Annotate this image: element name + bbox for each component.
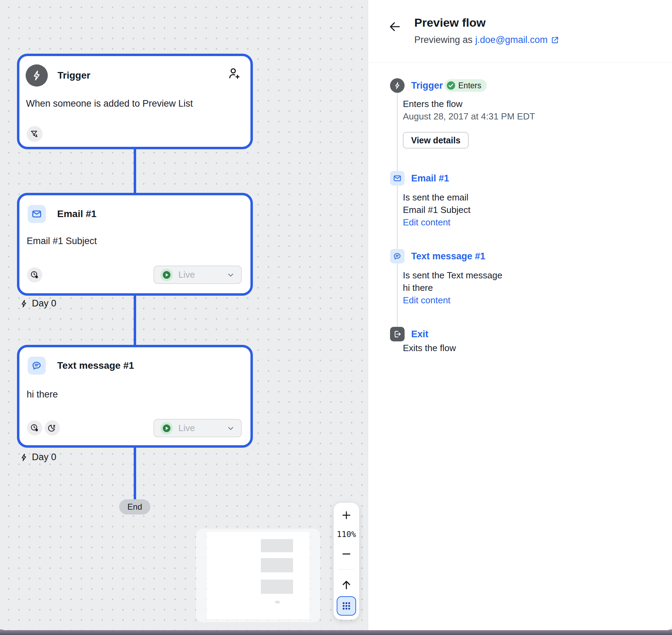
enters-badge-label: Enters <box>458 81 481 90</box>
timeline-connector-line <box>397 93 398 328</box>
timeline-trigger-title[interactable]: Trigger <box>411 80 443 91</box>
lightning-bolt-icon <box>26 64 48 87</box>
enters-badge: Enters <box>444 79 487 92</box>
minimap-end-marker <box>275 601 280 603</box>
email-event-text: Is sent the email <box>403 192 468 203</box>
window-bottom-edge <box>0 629 672 635</box>
sms-edit-content-link[interactable]: Edit content <box>403 295 450 306</box>
chevron-down-icon <box>227 424 235 432</box>
play-circle-icon <box>160 269 173 281</box>
minimap-node <box>261 558 293 572</box>
recenter-button[interactable] <box>334 577 359 592</box>
external-link-icon[interactable] <box>550 36 559 45</box>
timeline-exit-title[interactable]: Exit <box>411 329 428 340</box>
zoom-toolbar: 110% <box>334 503 359 620</box>
email-subject-text: Email #1 Subject <box>403 205 470 215</box>
email-status-label: Live <box>178 269 221 280</box>
back-button[interactable] <box>388 20 401 35</box>
envelope-icon <box>28 205 46 223</box>
check-circle-icon <box>446 81 456 90</box>
minimap-node <box>261 580 293 594</box>
email-node-subject: Email #1 Subject <box>27 236 97 247</box>
play-circle-icon <box>160 422 173 435</box>
zoom-in-button[interactable] <box>334 508 359 523</box>
preview-email-link[interactable]: j.doe@gmail.com <box>475 35 548 45</box>
zoom-out-button[interactable] <box>334 546 359 562</box>
previewing-as: Previewing as j.doe@gmail.com <box>414 35 559 45</box>
clock-gear-icon <box>27 267 42 283</box>
flow-end-marker: End <box>119 499 150 515</box>
email-node[interactable]: Email #1 Email #1 Subject Live <box>17 193 253 296</box>
arrow-up-icon <box>341 579 352 591</box>
sign-out-icon <box>390 327 405 341</box>
email-status-dropdown[interactable]: Live <box>153 266 242 284</box>
connector-trigger-email <box>134 147 136 195</box>
sms-node[interactable]: Text message #1 hi there Live <box>17 345 253 448</box>
trigger-node[interactable]: Trigger When someone is added to Preview… <box>17 54 253 149</box>
lightning-bolt-icon <box>19 453 28 462</box>
chat-bubble-icon <box>390 249 405 263</box>
flow-canvas[interactable]: Trigger When someone is added to Preview… <box>0 0 368 630</box>
timeline-email-title[interactable]: Email #1 <box>411 173 449 184</box>
email-node-title: Email #1 <box>57 205 97 223</box>
email-edit-content-link[interactable]: Edit content <box>403 217 450 228</box>
sms-status-dropdown[interactable]: Live <box>153 419 242 437</box>
funnel-person-icon[interactable] <box>27 126 43 142</box>
zoom-level-label: 110% <box>334 530 359 539</box>
timeline-sms-title[interactable]: Text message #1 <box>411 251 485 262</box>
preview-flow-panel: Preview flow Previewing as j.doe@gmail.c… <box>368 0 672 630</box>
sms-event-text: Is sent the Text message <box>403 270 502 281</box>
connector-email-sms <box>134 294 136 346</box>
trigger-timestamp: August 28, 2017 at 4:31 PM EDT <box>403 111 535 122</box>
panel-title: Preview flow <box>414 16 486 29</box>
sms-day-label: Day 0 <box>19 452 56 463</box>
trigger-event-text: Enters the flow <box>403 99 462 109</box>
canvas-minimap[interactable] <box>196 529 320 622</box>
minimap-viewport[interactable] <box>207 532 309 619</box>
plus-icon <box>341 509 352 521</box>
sms-node-message: hi there <box>27 389 58 400</box>
connector-sms-end <box>134 446 136 500</box>
clock-gear-icon <box>27 420 42 436</box>
sms-message-text: hi there <box>403 283 433 293</box>
grid-view-button[interactable] <box>337 596 356 616</box>
minimap-node <box>261 539 293 552</box>
exit-event-text: Exits the flow <box>403 343 456 354</box>
minus-icon <box>341 548 352 560</box>
chevron-down-icon <box>227 271 235 279</box>
toolbar-divider <box>338 569 354 570</box>
lightning-bolt-icon <box>390 78 405 93</box>
app-window: Trigger When someone is added to Preview… <box>0 0 672 635</box>
email-day-label: Day 0 <box>19 298 56 309</box>
chat-bubble-icon <box>28 357 46 375</box>
panel-header: Preview flow Previewing as j.doe@gmail.c… <box>368 0 672 63</box>
envelope-icon <box>390 171 405 186</box>
lightning-bolt-icon <box>19 299 28 308</box>
sms-node-title: Text message #1 <box>57 357 134 375</box>
person-plus-icon[interactable] <box>227 66 241 82</box>
dot-grid-icon <box>341 601 352 611</box>
previewing-as-prefix: Previewing as <box>414 35 472 45</box>
trigger-node-title: Trigger <box>58 64 90 87</box>
sms-status-label: Live <box>178 423 221 433</box>
view-details-button[interactable]: View details <box>403 132 469 149</box>
arrow-left-icon <box>388 20 401 33</box>
trigger-node-description: When someone is added to Preview List <box>26 98 193 109</box>
moon-z-icon <box>45 420 60 436</box>
